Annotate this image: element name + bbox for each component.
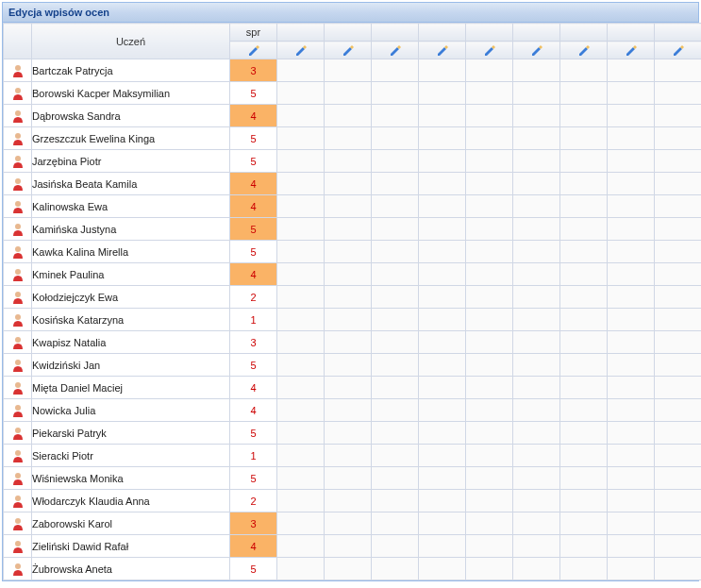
grade-cell-empty[interactable] bbox=[419, 377, 466, 399]
grade-cell-empty[interactable] bbox=[419, 309, 466, 331]
grade-cell-empty[interactable] bbox=[466, 467, 513, 490]
table-row[interactable]: Kminek Paulina4 bbox=[4, 263, 702, 286]
grade-cell-empty[interactable] bbox=[655, 354, 702, 377]
grade-cell-empty[interactable] bbox=[560, 512, 608, 535]
grade-cell-empty[interactable] bbox=[608, 173, 655, 195]
grade-cell-empty[interactable] bbox=[560, 241, 608, 263]
grade-cell-empty[interactable] bbox=[655, 422, 702, 445]
grade-cell-empty[interactable] bbox=[277, 512, 325, 535]
grade-cell-empty[interactable] bbox=[419, 445, 466, 467]
grade-cell-empty[interactable] bbox=[277, 263, 325, 286]
grade-cell-empty[interactable] bbox=[372, 241, 419, 263]
table-row[interactable]: Bartczak Patrycja3 bbox=[4, 59, 702, 82]
grade-cell-empty[interactable] bbox=[513, 558, 560, 580]
edit-column-7[interactable] bbox=[560, 42, 608, 59]
header-grade-col-3[interactable] bbox=[372, 24, 419, 42]
grade-cell-empty[interactable] bbox=[325, 467, 372, 490]
header-grade-col-4[interactable] bbox=[419, 24, 466, 42]
grade-cell-empty[interactable] bbox=[325, 512, 372, 535]
edit-column-9[interactable] bbox=[655, 42, 702, 59]
grade-cell-empty[interactable] bbox=[560, 286, 608, 309]
grade-cell-empty[interactable] bbox=[277, 241, 325, 263]
grade-cell[interactable]: 4 bbox=[230, 105, 277, 127]
grade-cell-empty[interactable] bbox=[372, 218, 419, 241]
grade-cell-empty[interactable] bbox=[466, 445, 513, 467]
edit-column-3[interactable] bbox=[372, 42, 419, 59]
table-row[interactable]: Zieliński Dawid Rafał4 bbox=[4, 535, 702, 558]
table-row[interactable]: Kwidziński Jan5 bbox=[4, 354, 702, 377]
grade-cell-empty[interactable] bbox=[277, 286, 325, 309]
grade-cell-empty[interactable] bbox=[513, 331, 560, 354]
grade-cell-empty[interactable] bbox=[513, 512, 560, 535]
grade-cell-empty[interactable] bbox=[372, 467, 419, 490]
table-row[interactable]: Kołodziejczyk Ewa2 bbox=[4, 286, 702, 309]
grade-cell-empty[interactable] bbox=[608, 377, 655, 399]
table-row[interactable]: Włodarczyk Klaudia Anna2 bbox=[4, 490, 702, 512]
grade-cell-empty[interactable] bbox=[372, 127, 419, 150]
header-grade-col-6[interactable] bbox=[513, 24, 560, 42]
grade-cell-empty[interactable] bbox=[419, 558, 466, 580]
grade-cell-empty[interactable] bbox=[325, 286, 372, 309]
grade-cell-empty[interactable] bbox=[466, 263, 513, 286]
grade-cell-empty[interactable] bbox=[466, 195, 513, 218]
grade-cell[interactable]: 4 bbox=[230, 535, 277, 558]
grade-cell-empty[interactable] bbox=[372, 490, 419, 512]
grade-cell-empty[interactable] bbox=[655, 263, 702, 286]
grade-cell-empty[interactable] bbox=[608, 512, 655, 535]
grade-cell-empty[interactable] bbox=[560, 105, 608, 127]
edit-column-4[interactable] bbox=[419, 42, 466, 59]
grade-cell-empty[interactable] bbox=[372, 309, 419, 331]
grade-cell-empty[interactable] bbox=[466, 173, 513, 195]
grade-cell-empty[interactable] bbox=[466, 558, 513, 580]
grade-cell-empty[interactable] bbox=[277, 59, 325, 82]
grade-cell-empty[interactable] bbox=[560, 377, 608, 399]
grade-cell-empty[interactable] bbox=[372, 286, 419, 309]
grade-cell-empty[interactable] bbox=[513, 286, 560, 309]
grade-cell-empty[interactable] bbox=[513, 490, 560, 512]
grade-cell-empty[interactable] bbox=[466, 331, 513, 354]
grade-cell-empty[interactable] bbox=[277, 218, 325, 241]
grade-cell-empty[interactable] bbox=[325, 127, 372, 150]
grade-cell-empty[interactable] bbox=[466, 399, 513, 422]
grade-cell-empty[interactable] bbox=[655, 127, 702, 150]
grade-cell-empty[interactable] bbox=[372, 535, 419, 558]
grade-cell-empty[interactable] bbox=[513, 173, 560, 195]
grade-cell-empty[interactable] bbox=[655, 377, 702, 399]
grade-cell-empty[interactable] bbox=[513, 467, 560, 490]
grade-cell-empty[interactable] bbox=[513, 263, 560, 286]
grade-cell-empty[interactable] bbox=[560, 490, 608, 512]
grade-cell-empty[interactable] bbox=[513, 241, 560, 263]
grade-cell-empty[interactable] bbox=[419, 286, 466, 309]
grade-cell-empty[interactable] bbox=[277, 195, 325, 218]
grade-cell-empty[interactable] bbox=[513, 82, 560, 105]
grade-cell-empty[interactable] bbox=[560, 195, 608, 218]
grade-cell-empty[interactable] bbox=[372, 173, 419, 195]
grade-cell[interactable]: 4 bbox=[230, 399, 277, 422]
grade-cell-empty[interactable] bbox=[608, 422, 655, 445]
grade-cell[interactable]: 1 bbox=[230, 445, 277, 467]
grade-cell-empty[interactable] bbox=[277, 558, 325, 580]
grade-cell-empty[interactable] bbox=[466, 512, 513, 535]
grade-cell-empty[interactable] bbox=[608, 558, 655, 580]
grade-cell-empty[interactable] bbox=[372, 82, 419, 105]
grade-cell-empty[interactable] bbox=[325, 263, 372, 286]
grade-cell-empty[interactable] bbox=[513, 105, 560, 127]
grade-cell-empty[interactable] bbox=[372, 105, 419, 127]
grade-cell-empty[interactable] bbox=[419, 195, 466, 218]
grade-cell-empty[interactable] bbox=[466, 105, 513, 127]
grade-cell[interactable]: 5 bbox=[230, 422, 277, 445]
grade-cell-empty[interactable] bbox=[325, 354, 372, 377]
grade-cell-empty[interactable] bbox=[277, 377, 325, 399]
grade-cell-empty[interactable] bbox=[608, 399, 655, 422]
grade-cell-empty[interactable] bbox=[513, 127, 560, 150]
grade-cell-empty[interactable] bbox=[560, 150, 608, 173]
grade-cell-empty[interactable] bbox=[608, 263, 655, 286]
grade-cell-empty[interactable] bbox=[419, 467, 466, 490]
grade-cell-empty[interactable] bbox=[655, 331, 702, 354]
header-grade-col-1[interactable] bbox=[277, 24, 325, 42]
grade-cell-empty[interactable] bbox=[513, 377, 560, 399]
grade-cell-empty[interactable] bbox=[608, 218, 655, 241]
grade-cell-empty[interactable] bbox=[655, 535, 702, 558]
grade-cell-empty[interactable] bbox=[560, 331, 608, 354]
grade-cell-empty[interactable] bbox=[608, 490, 655, 512]
